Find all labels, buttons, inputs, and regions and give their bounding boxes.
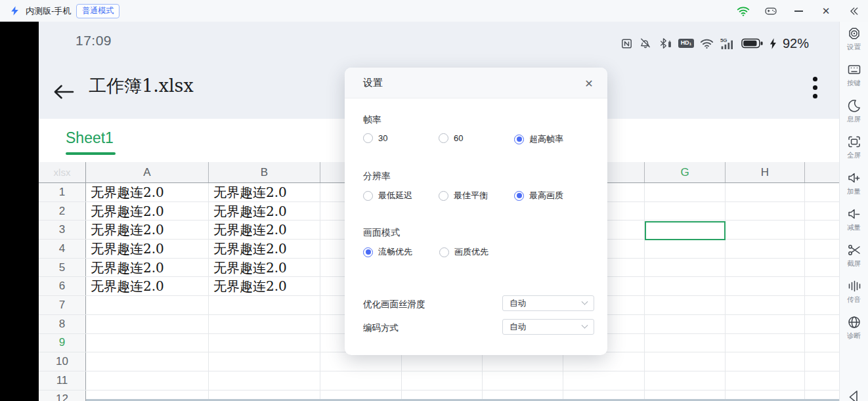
cell[interactable] — [209, 371, 320, 390]
cell-a2[interactable]: 无界趣连2.0 — [86, 202, 209, 221]
row-header-8[interactable]: 8 — [39, 315, 86, 333]
radio-unselected-icon[interactable] — [363, 191, 373, 201]
row-header-4[interactable]: 4 — [39, 240, 86, 258]
cell[interactable] — [483, 352, 563, 371]
minimize-button[interactable] — [792, 5, 805, 18]
row-header-7[interactable]: 7 — [39, 296, 86, 314]
cell[interactable] — [563, 352, 645, 371]
cell[interactable] — [402, 371, 483, 390]
cell[interactable] — [86, 315, 209, 333]
sidebar-item-fullscreen[interactable]: 全屏 — [840, 135, 868, 160]
cell[interactable] — [645, 334, 726, 352]
sidebar-item-volume-down[interactable]: 减量 — [840, 207, 868, 232]
radio-unselected-icon[interactable] — [363, 133, 373, 143]
encoding-dropdown[interactable]: 自动 — [502, 319, 594, 335]
radio-option-60[interactable]: 60 — [439, 133, 463, 143]
cell[interactable] — [320, 371, 402, 390]
cell[interactable] — [726, 315, 805, 333]
back-arrow-icon[interactable] — [53, 84, 74, 100]
cell[interactable] — [86, 352, 209, 371]
cell[interactable] — [209, 352, 320, 371]
dialog-close-icon[interactable]: ✕ — [581, 75, 597, 91]
radio-selected-icon[interactable] — [363, 247, 373, 257]
radio-option-best-quality[interactable]: 最高画质 — [514, 190, 563, 201]
cell[interactable] — [726, 221, 805, 239]
radio-option-lowest-latency[interactable]: 最低延迟 — [363, 190, 412, 201]
sidebar-item-settings[interactable]: 设置 — [840, 26, 868, 52]
cell[interactable] — [805, 277, 839, 295]
cell[interactable] — [726, 202, 805, 221]
android-back-icon[interactable] — [846, 389, 862, 401]
cell[interactable] — [805, 352, 839, 371]
cell[interactable] — [726, 240, 805, 258]
cell[interactable] — [320, 352, 402, 371]
column-header-a[interactable]: A — [86, 162, 209, 182]
sidebar-item-screen-off[interactable]: 息屏 — [840, 98, 868, 124]
cell[interactable] — [209, 315, 320, 333]
row-header-10[interactable]: 10 — [39, 352, 86, 371]
cell[interactable] — [86, 296, 209, 314]
cell[interactable] — [645, 296, 726, 314]
grid-corner-cell[interactable]: xlsx — [39, 162, 86, 182]
cell-a6[interactable]: 无界趣连2.0 — [86, 277, 209, 295]
cell[interactable] — [805, 315, 839, 333]
close-button[interactable]: ✕ — [819, 5, 833, 18]
cell[interactable] — [805, 221, 839, 239]
cell[interactable] — [726, 277, 805, 295]
cell[interactable] — [726, 183, 805, 201]
cell-b1[interactable]: 无界趣连2.0 — [209, 183, 320, 201]
cell[interactable] — [645, 240, 726, 258]
cell[interactable] — [645, 277, 726, 295]
cell-b5[interactable]: 无界趣连2.0 — [209, 259, 320, 277]
radio-option-30[interactable]: 30 — [363, 133, 387, 143]
radio-option-quality-first[interactable]: 画质优先 — [439, 246, 488, 258]
radio-option-best-balance[interactable]: 最佳平衡 — [439, 190, 488, 201]
cell[interactable] — [645, 315, 726, 333]
cell-a3[interactable]: 无界趣连2.0 — [86, 221, 209, 239]
cell[interactable] — [726, 334, 805, 352]
cell[interactable] — [86, 371, 209, 390]
cell[interactable] — [563, 371, 645, 390]
sheet-tab[interactable]: Sheet1 — [66, 129, 114, 147]
radio-selected-icon[interactable] — [514, 135, 524, 144]
sidebar-item-screenshot[interactable]: 截屏 — [840, 243, 868, 268]
cell[interactable] — [726, 352, 805, 371]
sidebar-item-keys[interactable]: 按键 — [840, 62, 868, 88]
radio-unselected-icon[interactable] — [439, 133, 448, 143]
overflow-menu-icon[interactable] — [812, 77, 818, 98]
cell-a5[interactable]: 无界趣连2.0 — [86, 259, 209, 277]
cell[interactable] — [645, 202, 726, 221]
row-header-6[interactable]: 6 — [39, 277, 86, 295]
cell[interactable] — [805, 240, 839, 258]
row-header-9-selected[interactable]: 9 — [39, 334, 86, 352]
sidebar-item-volume-up[interactable]: 加量 — [840, 171, 868, 196]
row-header-1[interactable]: 1 — [39, 183, 86, 201]
cell[interactable] — [645, 183, 726, 201]
row-header-12[interactable]: 12 — [39, 390, 86, 401]
sidebar-item-audio[interactable]: 传音 — [840, 279, 868, 305]
cell[interactable] — [805, 183, 839, 201]
cell[interactable] — [86, 334, 209, 352]
radio-unselected-icon[interactable] — [439, 247, 449, 257]
cell-a1[interactable]: 无界趣连2.0 — [86, 183, 209, 201]
row-header-5[interactable]: 5 — [39, 259, 86, 277]
collapse-sidebar-icon[interactable] — [847, 5, 860, 18]
column-header-h[interactable]: H — [726, 162, 805, 182]
cell-b6[interactable]: 无界趣连2.0 — [209, 277, 320, 295]
cell[interactable] — [805, 296, 839, 314]
cell[interactable] — [726, 296, 805, 314]
radio-unselected-icon[interactable] — [439, 191, 448, 201]
cell[interactable] — [726, 371, 805, 390]
smoothness-dropdown[interactable]: 自动 — [502, 295, 594, 311]
cell-b2[interactable]: 无界趣连2.0 — [209, 202, 320, 221]
cell-a4[interactable]: 无界趣连2.0 — [86, 240, 209, 258]
radio-option-smooth-first[interactable]: 流畅优先 — [363, 246, 412, 258]
cell[interactable] — [402, 352, 483, 371]
radio-option-ultra-framerate[interactable]: 超高帧率 — [514, 133, 563, 145]
column-header-b[interactable]: B — [209, 162, 320, 182]
gamepad-icon[interactable] — [764, 5, 777, 18]
cell-b3[interactable]: 无界趣连2.0 — [209, 221, 320, 239]
cell[interactable] — [805, 259, 839, 277]
cell[interactable] — [805, 202, 839, 221]
cell[interactable] — [645, 352, 726, 371]
